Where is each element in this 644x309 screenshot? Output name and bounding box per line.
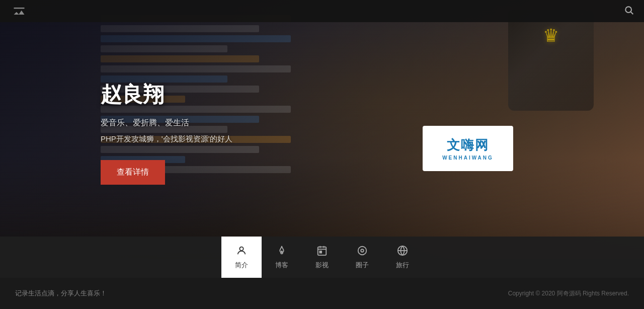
hero-name: 赵良翔 <box>101 81 232 109</box>
svg-rect-7 <box>319 251 321 253</box>
fire-icon <box>276 245 287 259</box>
travel-icon <box>397 245 408 259</box>
nav-item-travel[interactable]: 旅行 <box>382 237 423 278</box>
calendar-icon <box>316 245 328 259</box>
search-icon[interactable] <box>624 5 634 18</box>
hero-section: ♛ 赵良翔 爱音乐、爱折腾、爱生活 PHP开发攻城狮，'会找影视资源'的好人 查… <box>0 0 644 259</box>
footer: 记录生活点滴，分享人生喜乐！ Copyright © 2020 阿奇源码 Rig… <box>0 278 644 309</box>
person-icon <box>236 245 247 259</box>
header-logo[interactable] <box>10 2 28 20</box>
svg-point-8 <box>358 246 367 255</box>
svg-point-0 <box>625 7 631 13</box>
hero-detail-button[interactable]: 查看详情 <box>101 160 165 185</box>
nav-item-circle[interactable]: 圈子 <box>342 237 382 278</box>
wenhai-main-text: 文嗨网 <box>447 136 489 154</box>
nav-label-video: 影视 <box>315 261 329 270</box>
header <box>0 0 644 22</box>
circle-icon <box>357 245 368 259</box>
nav-label-blog: 博客 <box>275 261 288 270</box>
nav-label-travel: 旅行 <box>396 261 409 270</box>
nav-item-video[interactable]: 影视 <box>302 237 342 278</box>
wenhai-sub-text: WENHAIWANG <box>442 155 494 161</box>
svg-point-9 <box>361 249 364 252</box>
bottom-nav: 简介 博客 影视 <box>0 237 644 278</box>
nav-item-intro[interactable]: 简介 <box>221 237 262 278</box>
nav-label-circle: 圈子 <box>356 261 369 270</box>
hero-overlay <box>0 0 644 259</box>
svg-line-1 <box>631 12 633 14</box>
nav-item-blog[interactable]: 博客 <box>262 237 302 278</box>
hero-content: 赵良翔 爱音乐、爱折腾、爱生活 PHP开发攻城狮，'会找影视资源'的好人 查看详… <box>101 81 232 185</box>
svg-point-2 <box>239 247 243 250</box>
nav-label-intro: 简介 <box>235 261 248 270</box>
footer-left-text: 记录生活点滴，分享人生喜乐！ <box>15 289 107 298</box>
wenhai-logo: 文嗨网 WENHAIWANG <box>423 126 513 171</box>
hero-description: PHP开发攻城狮，'会找影视资源'的好人 <box>101 134 232 144</box>
footer-right-text: Copyright © 2020 阿奇源码 Rights Reserved. <box>508 289 629 298</box>
hero-subtitle: 爱音乐、爱折腾、爱生活 <box>101 118 232 128</box>
